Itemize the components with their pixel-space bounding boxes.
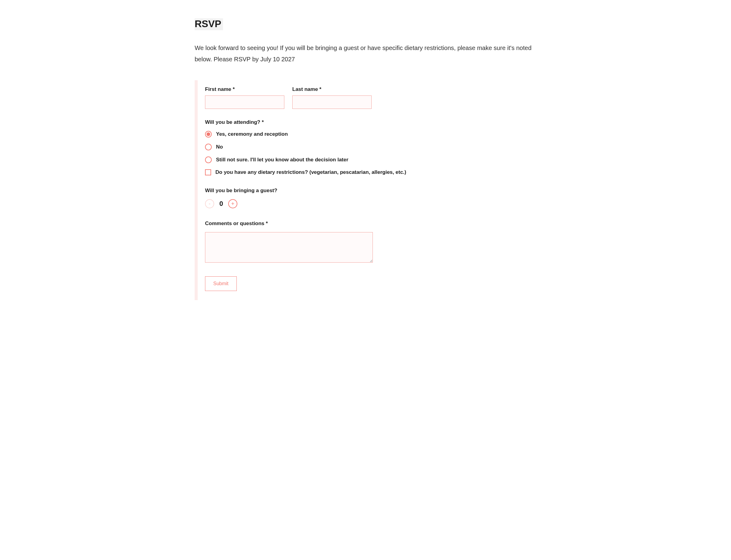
guest-increment-button[interactable]: + (228, 199, 237, 208)
radio-icon (205, 131, 212, 138)
attending-option-no[interactable]: No (205, 144, 530, 150)
radio-icon (205, 144, 212, 150)
dietary-label: Do you have any dietary restrictions? (v… (215, 169, 406, 175)
rsvp-form: First name * Last name * Will you be att… (195, 80, 536, 300)
attending-option-label: Yes, ceremony and reception (216, 131, 288, 137)
dietary-checkbox[interactable]: Do you have any dietary restrictions? (v… (205, 169, 530, 175)
guest-stepper: - 0 + (205, 199, 530, 208)
page-title: RSVP (195, 18, 223, 30)
last-name-label: Last name * (292, 86, 372, 92)
attending-option-label: No (216, 144, 223, 150)
attending-label: Will you be attending? * (205, 119, 530, 125)
attending-option-yes[interactable]: Yes, ceremony and reception (205, 131, 530, 138)
comments-label: Comments or questions * (205, 221, 530, 227)
radio-dot-icon (207, 132, 210, 136)
attending-option-unsure[interactable]: Still not sure. I'll let you know about … (205, 156, 530, 163)
guest-decrement-button[interactable]: - (205, 199, 214, 208)
radio-icon (205, 156, 212, 163)
intro-text: We look forward to seeing you! If you wi… (195, 42, 536, 65)
submit-button[interactable]: Submit (205, 276, 237, 291)
comments-textarea[interactable] (205, 232, 373, 263)
guest-count-value: 0 (218, 200, 224, 208)
first-name-input[interactable] (205, 95, 284, 109)
checkbox-icon (205, 169, 211, 175)
last-name-input[interactable] (292, 95, 372, 109)
attending-option-label: Still not sure. I'll let you know about … (216, 157, 348, 163)
guest-label: Will you be bringing a guest? (205, 188, 530, 194)
first-name-label: First name * (205, 86, 284, 92)
